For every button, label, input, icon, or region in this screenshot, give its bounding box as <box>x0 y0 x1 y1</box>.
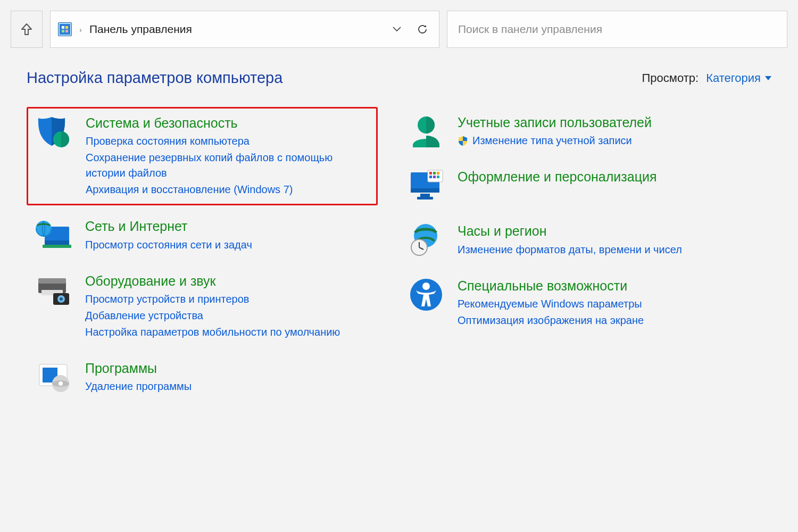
control-panel-icon <box>58 22 72 36</box>
shield-icon <box>35 115 74 149</box>
categories-grid: Система и безопасность Проверка состояни… <box>27 107 771 407</box>
search-input[interactable] <box>457 22 777 36</box>
uac-shield-icon <box>458 136 468 146</box>
svg-rect-22 <box>411 188 439 193</box>
category-appearance[interactable]: Оформление и персонализация <box>399 161 771 210</box>
globe-clock-icon <box>406 223 446 257</box>
link-add-device[interactable]: Добавление устройства <box>85 308 370 323</box>
svg-rect-30 <box>433 176 436 178</box>
monitor-palette-icon <box>406 169 446 203</box>
link-text: Изменение типа учетной записи <box>472 133 632 148</box>
category-hardware-sound[interactable]: Оборудование и звук Просмотр устройств и… <box>27 265 378 347</box>
svg-rect-24 <box>417 197 433 200</box>
category-title[interactable]: Система и безопасность <box>86 115 370 131</box>
svg-point-37 <box>422 282 430 290</box>
svg-rect-1 <box>65 26 68 29</box>
content-area: Настройка параметров компьютера Просмотр… <box>0 48 798 407</box>
printer-camera-icon <box>34 273 73 307</box>
category-network-internet[interactable]: Сеть и Интернет Просмотр состояния сети … <box>27 211 378 260</box>
chevron-down-icon <box>393 27 401 32</box>
accessibility-icon <box>406 278 446 312</box>
globe-monitor-icon <box>34 218 73 252</box>
svg-rect-10 <box>38 278 66 284</box>
category-user-accounts[interactable]: Учетные записи пользователей Изменение т… <box>399 107 771 156</box>
link-backup-restore-win7[interactable]: Архивация и восстановление (Windows 7) <box>86 182 370 197</box>
view-selector[interactable]: Просмотр: Категория <box>642 71 771 85</box>
svg-rect-0 <box>62 26 64 29</box>
svg-rect-23 <box>420 194 430 197</box>
up-button[interactable] <box>11 11 43 48</box>
category-title[interactable]: Учетные записи пользователей <box>458 114 764 131</box>
link-network-status[interactable]: Просмотр состояния сети и задач <box>85 237 370 253</box>
category-title[interactable]: Часы и регион <box>458 223 764 239</box>
left-column: Система и безопасность Проверка состояни… <box>27 107 378 407</box>
link-file-history-backup[interactable]: Сохранение резервных копий файлов с помо… <box>86 150 370 181</box>
svg-rect-27 <box>433 172 436 174</box>
search-box[interactable] <box>447 11 787 48</box>
category-clock-region[interactable]: Часы и регион Изменение форматов даты, в… <box>399 215 771 264</box>
breadcrumb-separator: › <box>79 25 82 34</box>
svg-rect-28 <box>437 172 439 174</box>
svg-rect-26 <box>429 172 432 174</box>
arrow-up-icon <box>21 23 32 36</box>
svg-point-19 <box>59 381 63 386</box>
refresh-button[interactable] <box>413 20 431 38</box>
page-title: Настройка параметров компьютера <box>27 69 282 87</box>
view-value[interactable]: Категория <box>706 71 771 85</box>
category-title[interactable]: Специальные возможности <box>458 278 764 294</box>
link-mobility-defaults[interactable]: Настройка параметров мобильности по умол… <box>85 325 370 340</box>
category-programs[interactable]: Программы Удаление программы <box>27 353 378 402</box>
svg-rect-7 <box>43 245 71 248</box>
view-value-text: Категория <box>706 71 761 85</box>
category-title[interactable]: Программы <box>85 360 370 377</box>
view-label: Просмотр: <box>642 71 699 85</box>
top-toolbar: › Панель управления <box>0 0 798 48</box>
refresh-icon <box>417 23 428 35</box>
category-title[interactable]: Оборудование и звук <box>85 273 370 289</box>
programs-icon <box>34 360 73 394</box>
link-change-account-type[interactable]: Изменение типа учетной записи <box>458 133 764 148</box>
link-check-computer-status[interactable]: Проверка состояния компьютера <box>86 134 370 149</box>
category-ease-of-access[interactable]: Специальные возможности Рекомендуемые Wi… <box>399 270 771 336</box>
category-title[interactable]: Сеть и Интернет <box>85 218 370 235</box>
svg-rect-29 <box>429 176 432 178</box>
svg-rect-31 <box>437 176 439 178</box>
address-history-button[interactable] <box>388 20 406 38</box>
link-view-devices-printers[interactable]: Просмотр устройств и принтеров <box>85 292 370 307</box>
svg-rect-3 <box>65 30 68 32</box>
link-uninstall-program[interactable]: Удаление программы <box>85 379 370 394</box>
header-row: Настройка параметров компьютера Просмотр… <box>27 69 771 87</box>
svg-rect-2 <box>62 30 64 32</box>
category-title[interactable]: Оформление и персонализация <box>458 169 764 185</box>
svg-point-14 <box>60 297 63 301</box>
dropdown-triangle-icon <box>765 76 771 80</box>
breadcrumb-location[interactable]: Панель управления <box>89 23 192 36</box>
address-bar[interactable]: › Панель управления <box>50 11 439 48</box>
category-system-security[interactable]: Система и безопасность Проверка состояни… <box>27 107 378 205</box>
right-column: Учетные записи пользователей Изменение т… <box>399 107 771 407</box>
svg-rect-6 <box>45 240 69 245</box>
link-recommended-windows-settings[interactable]: Рекомендуемые Windows параметры <box>458 296 764 312</box>
user-icon <box>406 114 446 148</box>
link-change-date-formats[interactable]: Изменение форматов даты, времени и чисел <box>458 242 764 257</box>
link-optimize-display[interactable]: Оптимизация изображения на экране <box>458 313 764 328</box>
